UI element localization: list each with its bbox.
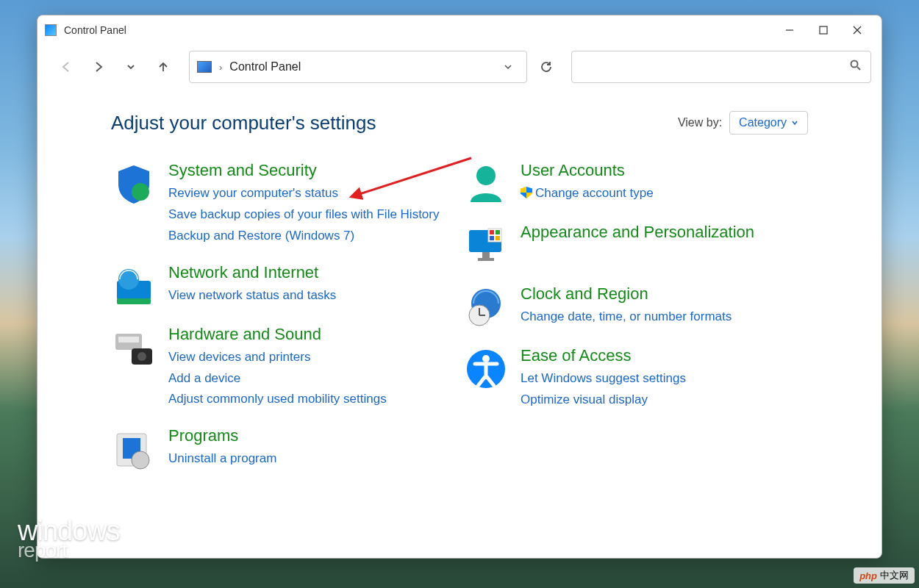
svg-point-18 [476,166,496,185]
view-by-label: View by: [678,116,722,129]
svg-rect-1 [820,26,827,34]
category-user-accounts: User Accounts Change account type [463,161,808,207]
link-optimize-display[interactable]: Optimize visual display [521,390,686,411]
printer-camera-icon [111,325,157,370]
recent-locations-button[interactable] [117,53,145,81]
svg-point-10 [118,269,139,290]
svg-point-17 [132,451,149,469]
link-add-device[interactable]: Add a device [168,368,387,390]
category-title-system-security[interactable]: System and Security [168,161,440,180]
category-network-internet: Network and Internet View network status… [111,263,456,309]
link-suggest-settings[interactable]: Let Windows suggest settings [521,368,686,390]
shield-icon [111,161,157,207]
svg-rect-24 [496,230,500,234]
category-title-ease-of-access[interactable]: Ease of Access [521,346,686,365]
maximize-button[interactable] [807,18,840,42]
uac-shield-icon [521,187,532,198]
category-clock-region: Clock and Region Change date, time, or n… [463,284,808,330]
category-title-user-accounts[interactable]: User Accounts [521,161,654,180]
titlebar: Control Panel [37,15,882,45]
breadcrumb[interactable]: Control Panel [229,60,301,74]
search-bar[interactable] [571,51,871,83]
svg-point-4 [851,60,858,67]
content-area: Adjust your computer's settings View by:… [37,89,882,558]
programs-icon [111,426,157,472]
svg-rect-9 [117,298,151,304]
page-title: Adjust your computer's settings [111,112,678,135]
link-review-status[interactable]: Review your computer's status [168,183,440,204]
clock-globe-icon [463,284,509,330]
right-column: User Accounts Change account type Appear… [463,161,808,472]
link-change-date-time[interactable]: Change date, time, or number formats [521,306,732,328]
link-mobility-settings[interactable]: Adjust commonly used mobility settings [168,389,387,410]
category-ease-of-access: Ease of Access Let Windows suggest setti… [463,346,808,411]
back-button[interactable] [52,53,80,81]
search-input[interactable] [581,61,850,74]
category-title-clock-region[interactable]: Clock and Region [521,284,732,304]
watermark-windows-report: windows report [18,520,120,559]
chevron-down-icon [791,119,798,126]
category-hardware-sound: Hardware and Sound View devices and prin… [111,325,456,411]
svg-point-14 [137,352,146,361]
refresh-button[interactable] [532,52,561,82]
category-columns: System and Security Review your computer… [111,161,808,472]
view-by-selector[interactable]: Category [729,111,808,135]
forward-button[interactable] [85,53,112,81]
close-button[interactable] [840,18,874,42]
up-button[interactable] [149,53,177,81]
address-dropdown-button[interactable] [497,56,519,78]
globe-network-icon [111,263,157,309]
control-panel-mini-icon [197,61,212,73]
svg-rect-12 [118,337,139,343]
accessibility-icon [463,346,509,392]
category-system-security: System and Security Review your computer… [111,161,456,247]
window-title: Control Panel [64,24,773,36]
link-devices-printers[interactable]: View devices and printers [168,347,387,368]
svg-rect-21 [478,258,494,261]
control-panel-icon [45,24,57,36]
svg-point-32 [482,355,490,362]
control-panel-window: Control Panel › Control Panel [37,15,882,559]
watermark-php-cn: php 中文网 [854,567,915,584]
svg-point-7 [132,183,149,201]
link-uninstall-program[interactable]: Uninstall a program [168,448,276,470]
category-title-hardware-sound[interactable]: Hardware and Sound [168,325,387,344]
svg-rect-23 [490,230,494,234]
chevron-right-icon: › [219,62,222,73]
svg-rect-25 [490,236,494,240]
category-programs: Programs Uninstall a program [111,426,456,472]
svg-line-5 [857,67,860,70]
link-network-status[interactable]: View network status and tasks [168,285,336,306]
monitor-icon [463,223,509,268]
search-icon[interactable] [850,60,862,75]
view-by-value: Category [739,116,787,129]
link-file-history[interactable]: Save backup copies of your files with Fi… [168,204,440,226]
category-title-network-internet[interactable]: Network and Internet [168,263,336,282]
category-title-appearance[interactable]: Appearance and Personalization [521,223,754,242]
link-backup-restore[interactable]: Backup and Restore (Windows 7) [168,226,440,247]
svg-rect-26 [496,236,500,240]
content-header: Adjust your computer's settings View by:… [111,111,808,135]
address-bar[interactable]: › Control Panel [189,51,527,83]
link-change-account-type[interactable]: Change account type [521,183,654,204]
left-column: System and Security Review your computer… [111,161,456,472]
category-appearance-personalization: Appearance and Personalization [463,223,808,268]
minimize-button[interactable] [773,18,807,42]
user-icon [463,161,509,207]
category-title-programs[interactable]: Programs [168,426,276,445]
svg-rect-20 [482,252,490,258]
navigation-bar: › Control Panel [37,45,882,89]
